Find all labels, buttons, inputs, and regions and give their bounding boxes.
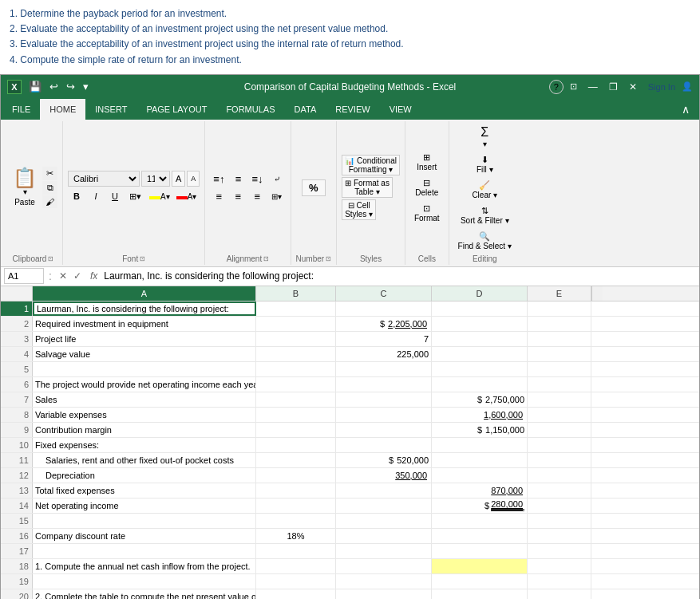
cell-E7[interactable] bbox=[528, 392, 591, 407]
cell-B19[interactable] bbox=[256, 574, 336, 589]
insert-cells-button[interactable]: ⊞ Insert bbox=[410, 150, 444, 174]
cell-C19[interactable] bbox=[336, 574, 432, 589]
cell-styles-button[interactable]: ⊟ CellStyles ▾ bbox=[342, 199, 376, 220]
cell-reference-box[interactable]: A1 bbox=[4, 268, 44, 284]
clear-button[interactable]: 🧹 Clear ▾ bbox=[454, 178, 516, 202]
cell-B16[interactable]: 18% bbox=[256, 529, 336, 543]
tab-view[interactable]: VIEW bbox=[380, 99, 421, 120]
cell-D3[interactable] bbox=[432, 332, 528, 346]
quick-customize-button[interactable]: ▾ bbox=[81, 80, 91, 93]
cell-B6[interactable] bbox=[256, 377, 336, 392]
cell-E14[interactable] bbox=[528, 499, 591, 513]
cell-B2[interactable] bbox=[256, 317, 336, 331]
cell-E13[interactable] bbox=[528, 483, 591, 498]
cell-E6[interactable] bbox=[528, 377, 591, 392]
close-button[interactable]: ✕ bbox=[624, 80, 642, 94]
merge-button[interactable]: ⊞▾ bbox=[267, 188, 285, 204]
cell-D12[interactable] bbox=[432, 468, 528, 483]
col-header-E[interactable]: E bbox=[528, 286, 591, 301]
cell-E2[interactable] bbox=[528, 317, 591, 331]
cell-A2[interactable]: Required investment in equipment bbox=[33, 317, 256, 331]
cell-E15[interactable] bbox=[528, 514, 591, 528]
tab-data[interactable]: DATA bbox=[285, 99, 326, 120]
alignment-expand-icon[interactable]: ⊡ bbox=[263, 255, 269, 262]
fill-button[interactable]: ⬇ Fill ▾ bbox=[454, 152, 516, 176]
cell-C8[interactable] bbox=[336, 408, 432, 422]
cell-E18[interactable] bbox=[528, 559, 591, 573]
font-color-button[interactable]: A▾ bbox=[174, 188, 200, 204]
fill-color-button[interactable]: A▾ bbox=[147, 188, 172, 204]
tab-insert[interactable]: INSERT bbox=[85, 99, 136, 120]
cell-E3[interactable] bbox=[528, 332, 591, 346]
cell-D1[interactable] bbox=[432, 301, 528, 316]
minimize-button[interactable]: — bbox=[583, 80, 603, 94]
quick-redo-button[interactable]: ↪ bbox=[64, 80, 77, 93]
number-expand-icon[interactable]: ⊡ bbox=[326, 255, 331, 262]
cell-C6[interactable] bbox=[336, 377, 432, 392]
cell-D19[interactable] bbox=[432, 574, 528, 589]
cancel-formula-button[interactable]: ✕ bbox=[57, 270, 69, 282]
cell-C20[interactable] bbox=[336, 589, 432, 599]
cell-C18[interactable] bbox=[336, 559, 432, 573]
col-header-B[interactable]: B bbox=[256, 286, 336, 301]
cell-C3[interactable]: 7 bbox=[336, 332, 432, 346]
cell-B7[interactable] bbox=[256, 392, 336, 407]
cell-A6[interactable]: The project would provide net operating … bbox=[33, 377, 256, 392]
cell-B18[interactable] bbox=[256, 559, 336, 573]
format-painter-button[interactable]: 🖌 bbox=[42, 195, 57, 208]
tab-home[interactable]: HOME bbox=[40, 99, 85, 120]
cell-A8[interactable]: Variable expenses bbox=[33, 408, 256, 422]
cell-E9[interactable] bbox=[528, 423, 591, 437]
cell-A12[interactable]: Depreciation bbox=[33, 468, 256, 483]
sort-filter-button[interactable]: ⇅ Sort & Filter ▾ bbox=[454, 203, 516, 227]
sign-in-link[interactable]: Sign In bbox=[648, 82, 675, 92]
bottom-align-button[interactable]: ≡↓ bbox=[248, 171, 266, 187]
help-button[interactable]: ? bbox=[549, 80, 564, 94]
cell-C5[interactable] bbox=[336, 362, 432, 376]
find-select-button[interactable]: 🔍 Find & Select ▾ bbox=[454, 229, 516, 253]
cell-D7[interactable]: $ 2,750,000 bbox=[432, 392, 528, 407]
cell-A16[interactable]: Company discount rate bbox=[33, 529, 256, 543]
cell-B8[interactable] bbox=[256, 408, 336, 422]
cell-E19[interactable] bbox=[528, 574, 591, 589]
format-as-table-button[interactable]: ⊞ Format asTable ▾ bbox=[342, 177, 393, 198]
cell-D16[interactable] bbox=[432, 529, 528, 543]
restore-button[interactable]: ❐ bbox=[604, 80, 623, 94]
wrap-text-button[interactable]: ⤶ bbox=[268, 171, 286, 187]
cell-C13[interactable] bbox=[336, 483, 432, 498]
cell-C17[interactable] bbox=[336, 544, 432, 558]
cell-C10[interactable] bbox=[336, 438, 432, 452]
cell-B12[interactable] bbox=[256, 468, 336, 483]
cell-D5[interactable] bbox=[432, 362, 528, 376]
cell-A4[interactable]: Salvage value bbox=[33, 347, 256, 361]
cell-B3[interactable] bbox=[256, 332, 336, 346]
cell-A1[interactable]: Laurman, Inc. is considering the followi… bbox=[33, 301, 256, 316]
cell-B20[interactable] bbox=[256, 589, 336, 599]
cell-C16[interactable] bbox=[336, 529, 432, 543]
font-grow-button[interactable]: A bbox=[172, 171, 185, 187]
top-align-button[interactable]: ≡↑ bbox=[210, 171, 227, 187]
cell-D4[interactable] bbox=[432, 347, 528, 361]
cell-A18[interactable]: 1. Compute the annual net cash inflow fr… bbox=[33, 559, 256, 573]
cell-C7[interactable] bbox=[336, 392, 432, 407]
cell-C2[interactable]: $ 2,205,000 bbox=[336, 317, 432, 331]
ribbon-collapse-icon[interactable]: ∧ bbox=[672, 99, 699, 120]
cell-A17[interactable] bbox=[33, 544, 256, 558]
cell-A20[interactable]: 2. Complete the table to compute the net… bbox=[33, 589, 256, 599]
tab-formulas[interactable]: FORMULAS bbox=[216, 99, 284, 120]
cell-C15[interactable] bbox=[336, 514, 432, 528]
cell-C12[interactable]: 350,000 bbox=[336, 468, 432, 483]
format-cells-button[interactable]: ⊡ Format bbox=[410, 201, 444, 225]
cell-D13[interactable]: 870,000 bbox=[432, 483, 528, 498]
cell-E11[interactable] bbox=[528, 453, 591, 467]
cell-A15[interactable] bbox=[33, 514, 256, 528]
cell-A5[interactable] bbox=[33, 362, 256, 376]
right-align-button[interactable]: ≡ bbox=[248, 188, 266, 204]
cell-B15[interactable] bbox=[256, 514, 336, 528]
cell-D10[interactable] bbox=[432, 438, 528, 452]
bold-button[interactable]: B bbox=[68, 188, 85, 204]
font-expand-icon[interactable]: ⊡ bbox=[140, 255, 145, 262]
center-align-button[interactable]: ≡ bbox=[229, 188, 247, 204]
cell-E12[interactable] bbox=[528, 468, 591, 483]
font-size-select[interactable]: 11 bbox=[141, 171, 170, 187]
